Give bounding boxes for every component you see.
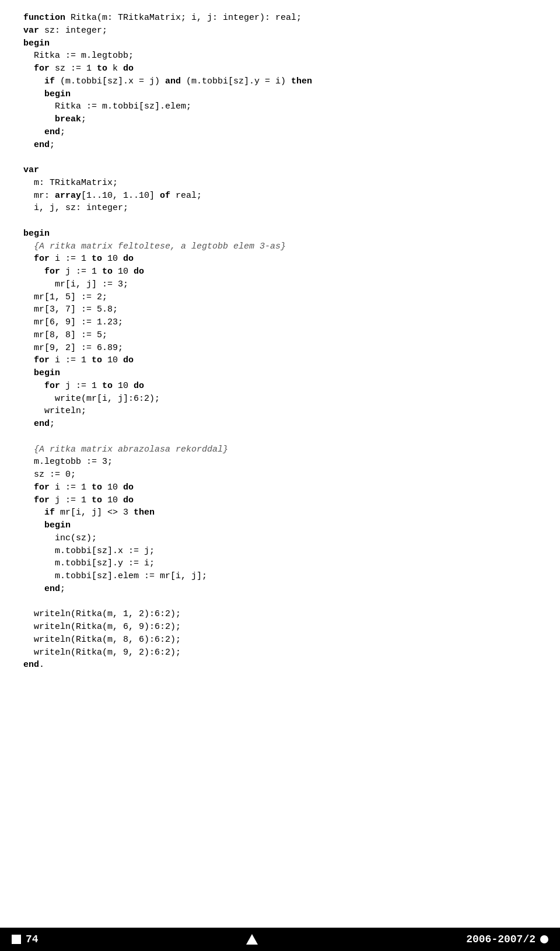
footer-right: 2006-2007/2 (466, 932, 548, 947)
keyword: end (44, 127, 60, 137)
keyword: if (44, 508, 55, 518)
keyword: to (92, 495, 102, 505)
keyword: for (44, 267, 60, 277)
footer-left: 74 (12, 932, 38, 947)
code-line: Ritka := m.legtobb; (23, 50, 537, 62)
code-text (23, 76, 44, 86)
keyword: array (55, 191, 81, 201)
code-text (23, 254, 34, 264)
code-line: write(mr[i, j]:6:2); (23, 393, 537, 405)
keyword: do (123, 355, 134, 365)
code-text (23, 267, 44, 277)
keyword: for (34, 495, 50, 505)
code-text (23, 508, 44, 518)
code-text: mr: (23, 191, 55, 201)
code-text: i := 1 (50, 355, 92, 365)
footer-triangle-icon (246, 934, 258, 945)
code-line: end; (23, 418, 537, 431)
code-text: 10 (113, 381, 134, 391)
code-line: mr[3, 7] := 5.8; (23, 303, 537, 316)
keyword: then (291, 76, 312, 86)
keyword: end (44, 584, 60, 594)
code-text: 10 (102, 254, 123, 264)
code-text: 10 (113, 267, 134, 277)
code-text: k (107, 64, 123, 74)
code-line: {A ritka matrix abrazolasa rekorddal} (23, 443, 537, 456)
code-text: ; (50, 140, 55, 150)
keyword: for (34, 254, 50, 264)
code-text (23, 584, 44, 594)
keyword: end (34, 419, 50, 429)
code-text: ; (60, 127, 65, 137)
code-text (23, 445, 34, 454)
footer-center (246, 934, 258, 945)
keyword: then (134, 508, 155, 518)
code-line: m.tobbi[sz].x := j; (23, 545, 537, 558)
code-text: [1..10, 1..10] (81, 191, 160, 201)
code-line: break; (23, 113, 537, 126)
code-text (23, 64, 34, 74)
code-line: mr[i, j] := 3; (23, 278, 537, 291)
keyword: begin (44, 520, 71, 530)
code-line: var sz: integer; (23, 25, 537, 37)
code-text: 10 (102, 355, 123, 365)
keyword: do (123, 254, 134, 264)
keyword: do (123, 483, 134, 492)
code-line: if (m.tobbi[sz].x = j) and (m.tobbi[sz].… (23, 75, 537, 88)
keyword: var (23, 26, 39, 36)
code-text: mr[i, j] <> 3 (55, 508, 134, 518)
keyword: do (134, 381, 144, 391)
footer-square-icon (12, 935, 21, 944)
footer-circle-icon (540, 935, 548, 943)
keyword: begin (44, 89, 71, 99)
code-line: mr[9, 2] := 6.89; (23, 342, 537, 355)
code-line: m.legtobb := 3; (23, 456, 537, 468)
code-text (23, 127, 44, 137)
code-text (23, 381, 44, 391)
code-line: begin (23, 228, 537, 240)
keyword: and (165, 76, 181, 86)
keyword: begin (23, 229, 50, 239)
code-line: {A ritka matrix feltoltese, a legtobb el… (23, 240, 537, 253)
page-container: function Ritka(m: TRitkaMatrix; i, j: in… (0, 0, 560, 951)
code-text: i := 1 (50, 483, 92, 492)
code-text (23, 242, 34, 251)
code-text: sz: integer; (39, 26, 107, 36)
code-text: . (39, 660, 44, 670)
keyword: to (92, 254, 102, 264)
code-text: j := 1 (60, 267, 102, 277)
code-line: sz := 0; (23, 468, 537, 481)
keyword: break (55, 114, 81, 124)
code-text: Ritka(m: TRitkaMatrix; i, j: integer): r… (71, 13, 302, 23)
code-line: writeln; (23, 405, 537, 418)
code-line (23, 215, 537, 228)
keyword: begin (34, 368, 60, 378)
page-number: 74 (26, 932, 38, 947)
code-line: end; (23, 139, 537, 152)
code-block: function Ritka(m: TRitkaMatrix; i, j: in… (23, 12, 537, 672)
keyword: to (92, 355, 102, 365)
code-line: begin (23, 519, 537, 532)
code-text (23, 419, 34, 429)
code-text: sz := 1 (50, 64, 97, 74)
code-line (23, 151, 537, 164)
code-text (23, 495, 34, 505)
keyword: for (34, 64, 50, 74)
code-text: ; (50, 419, 55, 429)
keyword: of (160, 191, 170, 201)
code-line: writeln(Ritka(m, 8, 6):6:2); (23, 634, 537, 646)
footer: 74 2006-2007/2 (0, 928, 560, 951)
code-line: function Ritka(m: TRitkaMatrix; i, j: in… (23, 12, 537, 25)
keyword: do (123, 64, 134, 74)
code-line: for i := 1 to 10 do (23, 253, 537, 265)
footer-year: 2006-2007/2 (466, 932, 536, 947)
comment: {A ritka matrix abrazolasa rekorddal} (34, 445, 228, 454)
code-line: end. (23, 659, 537, 672)
code-line: writeln(Ritka(m, 1, 2):6:2); (23, 608, 537, 621)
code-text (23, 114, 55, 124)
code-line: m.tobbi[sz].elem := mr[i, j]; (23, 570, 537, 583)
keyword: for (34, 483, 50, 492)
code-text: ; (60, 584, 65, 594)
code-line: for sz := 1 to k do (23, 62, 537, 75)
keyword: do (123, 495, 134, 505)
